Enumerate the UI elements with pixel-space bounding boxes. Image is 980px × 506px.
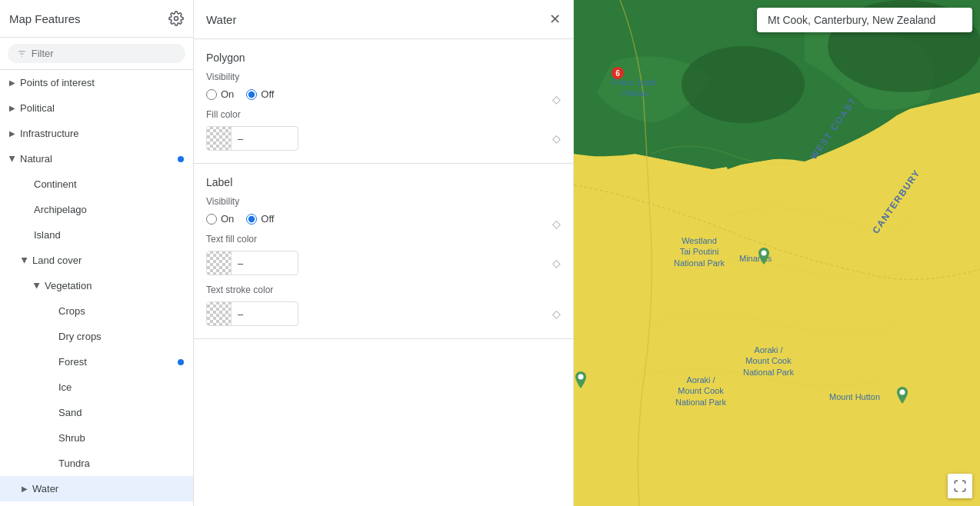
nav-item-water[interactable]: ▶Water <box>0 476 193 501</box>
fill-color-text: – <box>232 133 249 145</box>
nav-item-land-cover[interactable]: ▶Land cover <box>0 248 193 273</box>
map-panel[interactable]: 6 Mt Cook, Canterbury, New Zealand WEST … <box>574 0 980 506</box>
nav-item-infrastructure[interactable]: ▶Infrastructure <box>0 121 193 146</box>
filter-input[interactable] <box>32 48 176 59</box>
nav-label-land-cover: Land cover <box>32 255 184 266</box>
diamond-icon-label-vis[interactable]: ◇ <box>552 218 561 230</box>
text-stroke-color-row: – ◇ <box>206 301 561 326</box>
polygon-section: Polygon Visibility On Off ◇ Fill color –… <box>194 39 573 164</box>
blue-dot-natural <box>178 156 184 162</box>
polygon-section-title: Polygon <box>206 52 561 64</box>
diamond-icon-text-stroke[interactable]: ◇ <box>552 308 561 320</box>
svg-point-8 <box>682 46 805 123</box>
visibility-row-polygon: On Off ◇ <box>206 88 561 109</box>
nav-label-shrub: Shrub <box>58 432 184 444</box>
text-stroke-color-text: – <box>232 308 249 320</box>
mid-header: Water ✕ <box>194 0 573 39</box>
text-fill-color-row: – ◇ <box>206 251 561 275</box>
nav-label-ice: Ice <box>58 381 184 393</box>
filter-icon <box>17 48 27 59</box>
radio-off-label[interactable]: Off <box>246 213 274 225</box>
close-icon[interactable]: ✕ <box>549 11 561 28</box>
filter-bar <box>0 38 193 70</box>
nav-item-forest[interactable]: Forest <box>0 349 193 375</box>
nav-label-points-of-interest: Points of interest <box>20 77 184 88</box>
fill-color-picker[interactable]: – <box>206 126 298 151</box>
blue-dot-forest <box>178 359 184 365</box>
diamond-icon-polygon-vis[interactable]: ◇ <box>552 93 561 105</box>
label-section-title: Label <box>206 176 561 188</box>
text-fill-color-swatch <box>207 251 232 275</box>
nav-arrow-vegetation: ▶ <box>33 283 42 289</box>
fullscreen-button[interactable] <box>948 474 972 498</box>
radio-group-label: On Off <box>206 213 274 225</box>
text-fill-color-text: – <box>232 258 249 269</box>
text-stroke-color-swatch <box>207 301 232 326</box>
visibility-label-label: Visibility <box>206 196 561 207</box>
nav-list: ▶Points of interest▶Political▶Infrastruc… <box>0 70 193 506</box>
text-fill-color-label: Text fill color <box>206 234 561 245</box>
nav-label-dry-crops: Dry crops <box>58 331 184 342</box>
nav-item-points-of-interest[interactable]: ▶Points of interest <box>0 70 193 95</box>
text-fill-color-picker[interactable]: – <box>206 251 298 275</box>
nav-item-crops[interactable]: Crops <box>0 298 193 324</box>
nav-item-ice[interactable]: Ice <box>0 375 193 400</box>
nav-item-archipelago[interactable]: Archipelago <box>0 197 193 222</box>
nav-label-sand: Sand <box>58 407 184 418</box>
svg-point-0 <box>175 17 178 21</box>
nav-item-island[interactable]: Island <box>0 222 193 248</box>
fill-color-swatch <box>207 126 232 151</box>
nav-arrow-land-cover: ▶ <box>21 258 29 264</box>
nav-label-tundra: Tundra <box>58 458 184 469</box>
nav-label-crops: Crops <box>58 305 184 317</box>
nav-arrow-natural: ▶ <box>8 156 17 162</box>
nav-label-forest: Forest <box>58 356 178 368</box>
gear-icon[interactable] <box>168 11 184 26</box>
map-background: 6 <box>574 0 980 506</box>
fullscreen-icon <box>953 479 967 493</box>
search-text: Mt Cook, Canterbury, New Zealand <box>768 14 935 26</box>
nav-item-tundra[interactable]: Tundra <box>0 451 193 476</box>
nav-item-vegetation[interactable]: ▶Vegetation <box>0 273 193 298</box>
radio-group-polygon: On Off <box>206 88 274 100</box>
nav-arrow-water: ▶ <box>22 484 28 493</box>
text-stroke-color-picker[interactable]: – <box>206 301 298 326</box>
visibility-row-label: On Off ◇ <box>206 213 561 234</box>
label-section: Label Visibility On Off ◇ Text fill colo… <box>194 164 573 339</box>
nav-label-continent: Continent <box>34 178 184 190</box>
panel-header: Map Features <box>0 0 193 38</box>
radio-off-polygon[interactable]: Off <box>246 88 274 100</box>
fill-color-label: Fill color <box>206 109 561 120</box>
text-stroke-color-label: Text stroke color <box>206 285 561 295</box>
diamond-icon-fill-color[interactable]: ◇ <box>552 132 561 145</box>
nav-label-natural: Natural <box>20 153 178 165</box>
middle-panel: Water ✕ Polygon Visibility On Off ◇ Fill… <box>194 0 574 506</box>
nav-item-political[interactable]: ▶Political <box>0 95 193 121</box>
nav-label-island: Island <box>34 229 184 241</box>
search-bar[interactable]: Mt Cook, Canterbury, New Zealand <box>757 8 972 32</box>
nav-arrow-political: ▶ <box>9 104 15 112</box>
nav-item-continent[interactable]: Continent <box>0 171 193 197</box>
nav-label-vegetation: Vegetation <box>45 280 184 291</box>
nav-arrow-points-of-interest: ▶ <box>9 78 15 87</box>
nav-label-political: Political <box>20 102 184 114</box>
radio-on-label[interactable]: On <box>206 213 234 225</box>
nav-item-natural[interactable]: ▶Natural <box>0 146 193 171</box>
panel-title: Map Features <box>9 12 81 25</box>
nav-label-archipelago: Archipelago <box>34 204 184 215</box>
svg-text:6: 6 <box>615 69 620 78</box>
left-panel: Map Features ▶Points of interest▶Politic… <box>0 0 194 506</box>
visibility-label-polygon: Visibility <box>206 72 561 82</box>
nav-item-sand[interactable]: Sand <box>0 400 193 425</box>
mid-title: Water <box>206 13 236 26</box>
nav-item-background[interactable]: Background <box>0 501 193 506</box>
radio-on-polygon[interactable]: On <box>206 88 234 100</box>
diamond-icon-text-fill[interactable]: ◇ <box>552 257 561 269</box>
nav-item-dry-crops[interactable]: Dry crops <box>0 324 193 349</box>
nav-label-water: Water <box>32 483 184 494</box>
nav-label-infrastructure: Infrastructure <box>20 128 184 139</box>
fill-color-row: – ◇ <box>206 126 561 151</box>
filter-input-wrap <box>8 44 185 63</box>
nav-arrow-infrastructure: ▶ <box>9 129 15 138</box>
nav-item-shrub[interactable]: Shrub <box>0 425 193 451</box>
